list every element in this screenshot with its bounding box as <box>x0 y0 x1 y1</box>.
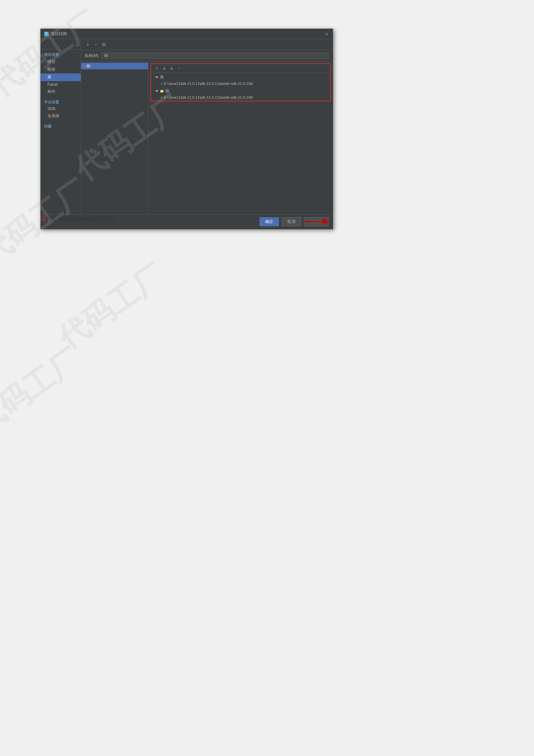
detail-content-box: + ⊕ ⊕ − 类 ≡ <box>150 63 331 101</box>
ok-button[interactable]: 确定 <box>259 217 279 226</box>
detail-add-classes-button[interactable]: ⊕ <box>161 65 167 71</box>
lib-tree: ▪ lib <box>81 61 148 214</box>
remove-button[interactable]: − <box>93 41 99 48</box>
caption-number: ③ <box>40 216 46 222</box>
back-nav-icon[interactable]: ← <box>44 43 48 48</box>
watermark-text-4: 代码工厂 <box>50 255 173 358</box>
detail-add-sources-button[interactable]: ⊕ <box>169 65 175 71</box>
title-bar: P 项目结构 × <box>41 29 333 39</box>
classes-root-node[interactable]: 类 <box>154 74 327 81</box>
forward-nav-icon[interactable]: → <box>51 43 55 48</box>
cancel-button[interactable]: 取消 <box>282 217 301 226</box>
name-bar: 名称(M): <box>81 50 333 61</box>
name-input[interactable] <box>102 52 329 59</box>
sources-expand-icon <box>155 90 158 92</box>
sidebar-item-facet[interactable]: Facet <box>41 81 81 88</box>
sidebar-item-sdk[interactable]: SDK <box>41 105 81 112</box>
lib-item-lib[interactable]: ▪ lib <box>81 63 148 69</box>
svg-marker-1 <box>323 218 329 225</box>
top-toolbar: + − ⧉ <box>81 39 333 50</box>
detail-panel: + ⊕ ⊕ − 类 ≡ <box>148 61 333 214</box>
sidebar: ← → 项目设置 项目 模块 库 Facet 构件 平台设置 SDK 全局库 问… <box>41 39 81 214</box>
dialog-icon: P <box>44 32 49 36</box>
detail-add-button[interactable]: + <box>154 65 160 71</box>
watermark-text-5: 代码工厂 <box>0 339 88 442</box>
copy-button[interactable]: ⧉ <box>101 41 107 48</box>
project-structure-dialog: P 项目结构 × ← → 项目设置 项目 模块 库 Facet 构件 平台设置 … <box>40 29 333 229</box>
sources-path-node[interactable]: ≡ E:\Java11\jdk-11.0.11\jdk-11.0.11\java… <box>159 95 327 100</box>
dialog-title: 项目结构 <box>51 31 67 37</box>
sources-section: 📁 源 ≡ E:\Java11\jdk-11.0.11\jdk-11.0.11\… <box>151 87 330 101</box>
sidebar-item-artifact[interactable]: 构件 <box>41 88 81 96</box>
classes-path-node[interactable]: ≡ E:\Java11\jdk-11.0.11\jdk-11.0.11\java… <box>159 81 327 86</box>
add-button[interactable]: + <box>84 41 91 48</box>
sources-root-node[interactable]: 📁 源 <box>154 88 327 95</box>
sidebar-item-module[interactable]: 模块 <box>41 66 81 73</box>
sources-path-value: E:\Java11\jdk-11.0.11\jdk-11.0.11\javafx… <box>164 95 253 99</box>
close-button[interactable]: × <box>324 31 329 37</box>
name-label: 名称(M): <box>84 53 100 59</box>
classes-section: 类 ≡ E:\Java11\jdk-11.0.11\jdk-11.0.11\ja… <box>151 73 330 87</box>
lib-item-label: lib <box>86 64 91 68</box>
classes-expand-icon <box>155 76 158 78</box>
section-problems: 问题 <box>41 123 81 130</box>
title-bar-left: P 项目结构 <box>44 31 67 37</box>
dialog-content: ← → 项目设置 项目 模块 库 Facet 构件 平台设置 SDK 全局库 问… <box>41 39 333 214</box>
classes-label: 类 <box>160 74 164 80</box>
tree-area: ▪ lib + ⊕ ⊕ − <box>81 61 333 214</box>
sidebar-item-lib[interactable]: 库 <box>41 73 81 81</box>
sources-path-icon: ≡ <box>161 96 163 99</box>
sidebar-item-project[interactable]: 项目 <box>41 58 81 66</box>
main-panel: + − ⧉ 名称(M): ▪ lib <box>81 39 333 214</box>
caption-text: ③配置 idea 的 javafx 运行环境 <box>40 216 114 223</box>
lib-icon: ▪ <box>84 64 85 68</box>
sources-label: 源 <box>165 88 169 94</box>
detail-remove-button[interactable]: − <box>176 65 182 71</box>
detail-toolbar: + ⊕ ⊕ − <box>151 64 330 73</box>
classes-path-icon: ≡ <box>161 82 163 86</box>
sources-folder-icon: 📁 <box>160 89 164 93</box>
section-project-settings: 项目设置 <box>41 51 81 58</box>
classes-path-value: E:\Java11\jdk-11.0.11\jdk-11.0.11\javafx… <box>164 81 253 86</box>
sidebar-item-global-lib[interactable]: 全局库 <box>41 112 81 120</box>
section-platform-settings: 平台设置 <box>41 98 81 105</box>
caption-body: 配置 idea 的 javafx 运行环境 <box>46 216 114 222</box>
